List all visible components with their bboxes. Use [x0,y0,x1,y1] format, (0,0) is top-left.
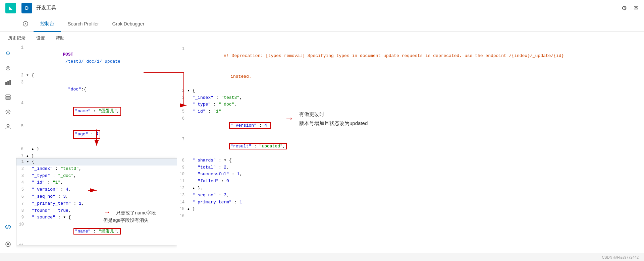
line-number: 8 [16,207,26,214]
code-text: "_type" : "_doc", [26,173,76,178]
code-text: "_primary_term" : 1 [187,200,242,205]
status-bar: CSDN @Hiss9772442 [0,253,644,261]
line-number: 4 [177,101,187,108]
code-text: "result" : "updated", [224,143,286,149]
sidebar-icon-clock[interactable]: ◎ [2,62,14,74]
code-cell: "_source" : ▾ { [26,214,177,221]
table-row: 7 "result" : "updated", [177,136,644,157]
table-row: 5 "age" : 4 [16,123,177,146]
line-number: 5 [16,186,26,193]
code-cell: "_type" : "_doc", [26,173,177,180]
code-cell: "found" : true, [26,207,177,214]
line-number: 2 [177,87,187,94]
table-row: 2 "_index" : "test3", [16,166,177,173]
code-text: "successful" : 1, [187,172,242,177]
table-row: 14 "_primary_term" : 1 [177,199,644,206]
line-number: 5 [16,123,26,146]
topbar-right: ⚙ ✉ [622,4,639,12]
bottom-response-panel[interactable]: 1 ▾ { 2 "_index" : "test3", 3 "_type" : … [16,158,177,245]
nav-back-icon[interactable] [20,16,31,32]
tab-search-profiler[interactable]: Search Profiler [61,16,106,32]
svg-rect-6 [6,98,10,100]
svg-rect-5 [6,96,10,98]
sidebar-icon-chart[interactable] [2,76,14,88]
code-cell: "_index" : "test3", [26,166,177,173]
table-row: 1 #! Deprecation: [types removal] Specif… [177,46,644,66]
nav-tabs: 控制台 Search Profiler Grok Debugger [0,16,644,32]
editor-area: 1 POST /test3/_doc/1/_update 2 ▾ { 3 [16,44,644,253]
code-text: "_source" : ▾ { [26,215,71,220]
sidebar-icon-user[interactable] [2,121,14,133]
help-button[interactable]: 帮助 [53,34,67,43]
sidebar-icon-bottom[interactable] [2,238,14,250]
table-row: 6 "_seq_no" : 3, [16,193,177,200]
code-text: "_index" : "test3", [187,95,242,100]
line-number: 1 [16,158,26,166]
tab-grok-debugger[interactable]: Grok Debugger [106,16,151,32]
code-cell: "_shards" : ▾ { [187,157,644,164]
line-number: 7 [16,200,26,207]
line-number: 7 [177,136,187,157]
code-cell: "result" : "updated", [187,136,644,157]
code-cell: "_seq_no" : 3, [26,193,177,200]
code-text: "_version" : 4, [224,122,271,129]
sidebar-icon-build[interactable] [2,106,14,118]
code-text: "failed" : 0 [187,179,229,184]
code-cell: "age" : 4 [26,242,177,245]
table-row: 6 ▴ } [16,146,177,153]
table-row: 11 "failed" : 0 [177,178,644,185]
code-cell: "_type" : "_doc", [187,101,644,108]
mail-icon[interactable]: ✉ [634,4,639,12]
code-cell: "successful" : 1, [187,171,644,178]
line-number: 2 [16,166,26,173]
history-button[interactable]: 历史记录 [5,34,28,43]
code-text: ▴ } [26,153,34,158]
left-editor-panel: 1 POST /test3/_doc/1/_update 2 ▾ { 3 [16,44,177,253]
kibana-logo [5,3,16,13]
table-row: 4 "name" : "蛋蛋儿", [16,100,177,123]
sidebar-icon-data[interactable] [2,91,14,103]
code-cell: ▾ { [26,72,177,79]
code-cell: "doc":{ [26,79,177,100]
sidebar-icon-home[interactable]: ⊙ [2,47,14,59]
settings-icon[interactable]: ⚙ [622,4,627,12]
deprecated-indent: instead. [224,74,251,79]
table-row: 16 [177,213,644,219]
code-text: "_id" : "1", [26,180,63,185]
code-text: ▴ }, [187,186,203,191]
settings-button[interactable]: 设置 [34,34,48,43]
code-text: "_shards" : ▾ { [187,158,232,163]
line-number: 6 [177,115,187,136]
right-editor-content[interactable]: 1 #! Deprecation: [types removal] Specif… [177,44,644,253]
line-number: 8 [177,157,187,164]
code-cell: "name" : "蛋蛋儿", [26,100,177,123]
svg-point-7 [7,111,9,113]
line-number: 11 [16,242,26,245]
line-number: 12 [177,185,187,192]
code-cell: "_seq_no" : 3, [187,192,644,199]
table-row: 13 "_seq_no" : 3, [177,192,644,199]
line-number: 15 [177,206,187,213]
code-text: "_version" : 4, [26,187,71,192]
code-text: ▴ } [187,206,195,211]
table-row: 15 ▴ } [177,206,644,213]
svg-point-8 [7,125,9,127]
code-cell: "_primary_term" : 1, [26,200,177,207]
line-number: 4 [16,100,26,123]
sub-toolbar: 历史记录 设置 帮助 [0,32,644,44]
code-cell: instead. [187,66,644,87]
line-number: 11 [177,178,187,185]
sidebar-icon-dev[interactable] [2,221,14,233]
code-text: "_index" : "test3", [26,166,82,171]
line-number: 3 [16,79,26,100]
code-text: ▾ { [187,88,195,93]
code-cell: ▴ } [187,206,644,213]
line-number: 13 [177,192,187,199]
code-cell: #! Deprecation: [types removal] Specifyi… [187,46,644,66]
bottom-code-table: 1 ▾ { 2 "_index" : "test3", 3 "_type" : … [16,158,177,245]
line-number: 14 [177,199,187,206]
main-content: ⊙ ◎ 1 [0,44,644,253]
tab-console[interactable]: 控制台 [34,16,61,32]
svg-rect-4 [6,95,10,96]
code-cell: "total" : 2, [187,164,644,171]
